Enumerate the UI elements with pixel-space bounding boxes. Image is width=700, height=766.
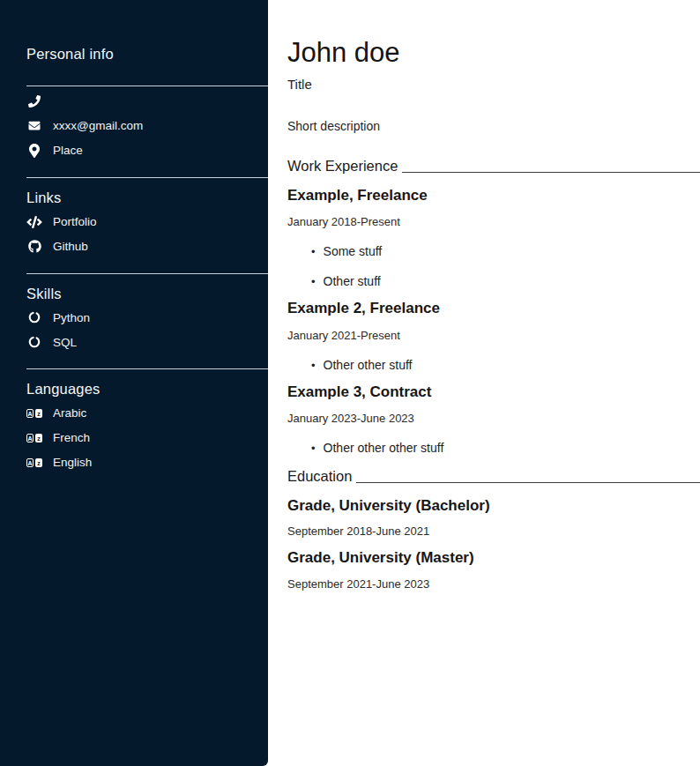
- sidebar-section-title-languages: Languages: [26, 381, 268, 398]
- sidebar-divider: [26, 177, 268, 178]
- sidebar-divider: [26, 86, 268, 86]
- resume-page: Personal info xxxx@gmail.com Place: [0, 0, 700, 766]
- work-entry-title: Example 2, Freelance: [287, 300, 700, 317]
- education-entry-date: September 2021-June 2023: [287, 577, 700, 591]
- link-portfolio-label: Portfolio: [53, 216, 97, 228]
- sidebar-section-title-skills: Skills: [26, 286, 268, 303]
- language-icon-z: z: [35, 458, 42, 467]
- language-icon-a: A: [26, 409, 34, 418]
- language-icon: A z: [26, 434, 42, 442]
- work-entry-date: January 2018-Present: [287, 215, 700, 228]
- education-entry-title: Grade, University (Master): [287, 549, 700, 567]
- work-entry-title: Example, Freelance: [287, 187, 700, 205]
- work-entry-date: January 2021-Present: [287, 329, 700, 342]
- work-entry: Example 3, Contract January 2023-June 20…: [287, 383, 700, 455]
- work-entry: Example 2, Freelance January 2021-Presen…: [287, 300, 700, 371]
- github-icon: [26, 240, 42, 253]
- sidebar-divider: [26, 368, 268, 369]
- work-entry-bullets: Other other other stuff: [287, 441, 700, 455]
- bullet-item: Other stuff: [311, 274, 700, 288]
- work-experience-heading: Work Experience: [287, 158, 700, 175]
- sidebar-section-title-links: Links: [26, 190, 268, 207]
- name-heading: John doe: [287, 38, 700, 68]
- circle-notch-icon: [26, 311, 42, 324]
- job-title: Title: [287, 77, 700, 92]
- languages-items: A z Arabic A z French A z English: [26, 401, 268, 475]
- language-french-label: French: [53, 432, 90, 444]
- language-english-row: A z English: [26, 450, 268, 475]
- language-icon-a: A: [26, 434, 34, 442]
- education-title: Education: [287, 468, 352, 486]
- envelope-icon: [26, 120, 42, 131]
- main-content: John doe Title Short description Work Ex…: [268, 0, 700, 591]
- education-entry-date: September 2018-June 2021: [287, 524, 700, 538]
- language-french-row: A z French: [26, 426, 268, 450]
- education-entry: Grade, University (Master) September 202…: [287, 549, 700, 590]
- education-entry-title: Grade, University (Bachelor): [287, 497, 700, 515]
- contact-phone-row: [26, 89, 268, 114]
- map-marker-icon: [26, 144, 42, 158]
- language-arabic-label: Arabic: [53, 407, 86, 420]
- contact-email-row[interactable]: xxxx@gmail.com: [26, 114, 268, 138]
- education-entry: Grade, University (Bachelor) September 2…: [287, 497, 700, 538]
- work-experience-section: Example, Freelance January 2018-Present …: [287, 187, 700, 455]
- sidebar-divider: [26, 273, 268, 274]
- sidebar: Personal info xxxx@gmail.com Place: [0, 0, 268, 766]
- circle-notch-icon: [26, 336, 42, 348]
- code-icon: [26, 216, 42, 228]
- contact-place-label: Place: [53, 145, 83, 157]
- bullet-item: Other other stuff: [311, 358, 700, 372]
- language-icon-a: A: [26, 458, 34, 467]
- skill-python-label: Python: [53, 312, 90, 324]
- bullet-item: Some stuff: [311, 244, 700, 258]
- sidebar-section-title-personal-info: Personal info: [26, 46, 268, 63]
- work-entry-title: Example 3, Contract: [287, 383, 700, 401]
- skill-sql-row: SQL: [26, 330, 268, 354]
- links-items: Portfolio Github: [26, 210, 268, 259]
- link-github-label: Github: [53, 241, 88, 253]
- link-github[interactable]: Github: [26, 234, 268, 259]
- phone-icon: [26, 95, 42, 108]
- language-icon: A z: [26, 458, 42, 467]
- skill-sql-label: SQL: [53, 337, 77, 349]
- education-heading: Education: [287, 468, 700, 486]
- language-arabic-row: A z Arabic: [26, 401, 268, 426]
- section-rule: [402, 172, 700, 173]
- language-icon-z: z: [35, 434, 42, 442]
- section-rule: [356, 482, 700, 483]
- contact-email-label: xxxx@gmail.com: [53, 120, 143, 132]
- work-entry: Example, Freelance January 2018-Present …: [287, 187, 700, 288]
- bullet-item: Other other other stuff: [311, 441, 700, 455]
- language-english-label: English: [53, 457, 92, 469]
- work-entry-bullets: Some stuff Other stuff: [287, 244, 700, 288]
- work-entry-bullets: Other other stuff: [287, 358, 700, 372]
- contact-place-row: Place: [26, 138, 268, 163]
- language-icon: A z: [26, 409, 42, 418]
- work-entry-date: January 2023-June 2023: [287, 412, 700, 425]
- work-experience-title: Work Experience: [287, 158, 398, 175]
- skill-python-row: Python: [26, 305, 268, 330]
- education-section: Grade, University (Bachelor) September 2…: [287, 497, 700, 591]
- link-portfolio[interactable]: Portfolio: [26, 210, 268, 234]
- short-description: Short description: [287, 119, 700, 133]
- personal-info-items: xxxx@gmail.com Place: [26, 89, 268, 163]
- skills-items: Python SQL: [26, 305, 268, 354]
- language-icon-z: z: [35, 409, 42, 418]
